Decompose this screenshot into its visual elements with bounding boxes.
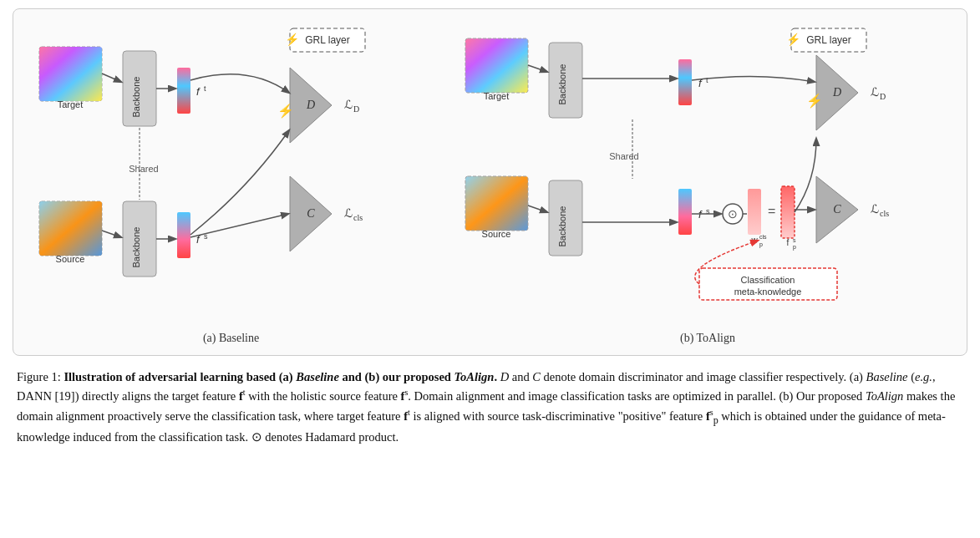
svg-text:D: D [305,99,314,111]
svg-rect-4 [39,47,102,101]
svg-text:=: = [768,204,775,218]
svg-text:p: p [793,244,796,251]
svg-text:t: t [706,76,708,84]
caption-bold: Illustration of adversarial learning bas… [63,370,497,383]
svg-text:ℒ: ℒ [344,99,353,111]
svg-text:f: f [787,238,790,247]
svg-text:ℒ: ℒ [344,207,353,220]
svg-text:cls: cls [353,213,363,222]
svg-text:⚡: ⚡ [806,93,823,109]
caption-figure-num: Figure 1: [17,370,61,383]
svg-text:⊙: ⊙ [728,207,738,221]
svg-text:meta-knowledge: meta-knowledge [734,287,802,297]
svg-text:Backbone: Backbone [131,77,141,118]
svg-text:Backbone: Backbone [557,64,567,105]
svg-text:Backbone: Backbone [557,206,567,247]
svg-text:Source: Source [482,229,511,239]
svg-rect-47 [678,59,692,105]
svg-rect-40 [465,176,528,231]
svg-text:⚡: ⚡ [786,33,801,47]
svg-rect-13 [177,68,190,114]
svg-text:Source: Source [55,254,84,264]
svg-text:s: s [793,237,796,243]
toalign-label: (b) ToAlign [680,329,735,347]
baseline-diagram: GRL layer ⚡ Target Source Backbone Backb… [22,22,440,347]
svg-text:p: p [759,241,763,248]
baseline-label: (a) Baseline [203,329,259,347]
svg-text:ℒ: ℒ [871,86,879,99]
svg-text:GRL layer: GRL layer [305,34,350,46]
svg-line-78 [528,206,547,212]
svg-text:t: t [204,84,206,93]
svg-text:Backbone: Backbone [131,227,141,268]
toalign-svg: GRL layer ⚡ Target Source Backbone Backb… [457,22,958,322]
svg-text:Target: Target [57,99,83,109]
svg-text:cls: cls [880,209,889,218]
svg-text:⚡: ⚡ [284,33,299,47]
svg-rect-38 [465,38,528,93]
svg-text:f: f [196,85,201,98]
svg-rect-55 [748,189,761,235]
svg-text:⚡: ⚡ [277,103,294,119]
svg-line-31 [190,214,288,237]
figure-container: GRL layer ⚡ Target Source Backbone Backb… [13,8,967,356]
svg-text:C: C [833,203,841,216]
svg-text:Shared: Shared [609,151,638,161]
svg-text:C: C [307,207,315,220]
svg-text:Shared: Shared [129,164,158,174]
figure-caption: Figure 1: Illustration of adversarial le… [13,368,967,447]
svg-line-76 [528,65,547,72]
svg-text:cls: cls [759,234,767,240]
svg-rect-7 [39,201,102,256]
svg-text:D: D [880,92,886,101]
svg-text:ℒ: ℒ [871,203,879,216]
svg-rect-16 [177,212,190,258]
svg-text:GRL layer: GRL layer [806,34,851,46]
baseline-svg: GRL layer ⚡ Target Source Backbone Backb… [31,22,432,322]
svg-line-29 [102,74,121,82]
svg-text:Target: Target [484,91,510,101]
svg-line-32 [102,231,121,237]
toalign-diagram: GRL layer ⚡ Target Source Backbone Backb… [457,22,958,347]
svg-text:D: D [832,86,841,99]
svg-text:D: D [353,104,359,114]
svg-rect-50 [678,189,692,235]
svg-rect-60 [781,186,795,238]
svg-text:Classification: Classification [741,275,795,285]
